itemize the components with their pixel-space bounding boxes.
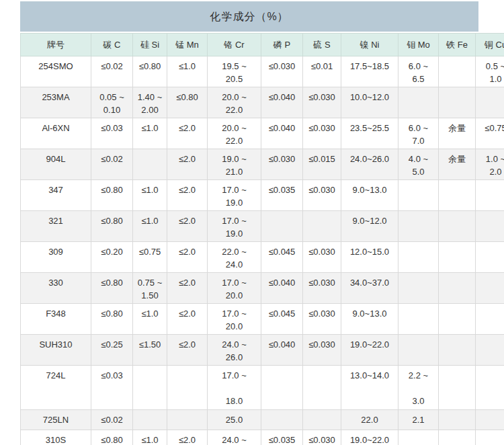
column-header-cu: 铜 Cu <box>476 34 504 56</box>
value-cell-cu <box>476 410 504 430</box>
column-header-p: 磷 P <box>261 34 303 56</box>
value-cell-s <box>303 211 341 242</box>
value-cell-cr: 20.0 ~ 22.0 <box>208 118 261 149</box>
table-row-724L: 724L≤0.0317.0 ~ 18.013.0~14.02.2 ~ 3.0 <box>21 366 504 410</box>
value-cell-s: ≤0.030 <box>303 273 341 304</box>
value-cell-cu: ≤0.75 <box>476 118 504 149</box>
table-row-SUH310: SUH310≤0.25≤1.50≤2.024.0 ~ 26.0≤0.040≤0.… <box>21 335 504 366</box>
column-header-grade: 牌号 <box>21 34 91 56</box>
table-row-Al-6XN: Al-6XN≤0.03≤1.0≤2.020.0 ~ 22.0≤0.040≤0.0… <box>21 118 504 149</box>
value-cell-mo <box>398 180 439 211</box>
value-cell-s <box>303 366 341 410</box>
value-cell-cr: 17.0 ~ 19.0 <box>208 180 261 211</box>
grade-cell: 321 <box>21 211 91 242</box>
value-cell-s: ≤0.01 <box>303 56 341 87</box>
grade-cell: 724L <box>21 366 91 410</box>
value-cell-mo: 2.2 ~ 3.0 <box>398 366 439 410</box>
value-cell-si: ≤0.75 <box>133 242 167 273</box>
value-cell-s: ≤0.015 <box>303 149 341 180</box>
value-cell-cu <box>476 304 504 335</box>
column-header-c: 碳 C <box>91 34 133 56</box>
value-cell-ni: 13.0~14.0 <box>341 366 398 410</box>
value-cell-cu: 1.0 ~ 2.0 <box>476 149 504 180</box>
grade-cell: 330 <box>21 273 91 304</box>
value-cell-si: ≤1.0 <box>133 180 167 211</box>
column-header-mo: 钼 Mo <box>398 34 439 56</box>
grade-cell: SUH310 <box>21 335 91 366</box>
grade-cell: 310S <box>21 430 91 445</box>
column-header-si: 硅 Si <box>133 34 167 56</box>
column-header-ni: 镍 Ni <box>341 34 398 56</box>
value-cell-cu <box>476 273 504 304</box>
table-row-254SMO: 254SMO≤0.02≤0.80≤1.019.5 ~ 20.5≤0.030≤0.… <box>21 56 504 87</box>
value-cell-mn: ≤0.80 <box>167 87 208 118</box>
value-cell-s: ≤0.030 <box>303 87 341 118</box>
value-cell-fe <box>439 56 476 87</box>
grade-cell: 904L <box>21 149 91 180</box>
value-cell-p: ≤0.030 <box>261 56 303 87</box>
value-cell-s: ≤0.030 <box>303 335 341 366</box>
value-cell-cr: 24.0 ~ 26.0 <box>208 430 261 445</box>
value-cell-cu <box>476 430 504 445</box>
value-cell-p <box>261 366 303 410</box>
value-cell-ni: 9.0~13.0 <box>341 180 398 211</box>
value-cell-s: ≤0.030 <box>303 180 341 211</box>
value-cell-fe: 余量 <box>439 118 476 149</box>
column-header-s: 硫 S <box>303 34 341 56</box>
value-cell-fe <box>439 335 476 366</box>
value-cell-c: ≤0.03 <box>91 366 133 410</box>
header-row: 牌号碳 C硅 Si锰 Mn铬 Cr磷 P硫 S镍 Ni钼 Mo铁 Fe铜 Cu <box>21 34 504 56</box>
value-cell-p: ≤0.040 <box>261 118 303 149</box>
value-cell-si: ≤1.0 <box>133 118 167 149</box>
value-cell-p: ≤0.045 <box>261 304 303 335</box>
value-cell-p: ≤0.035 <box>261 180 303 211</box>
value-cell-mo <box>398 335 439 366</box>
value-cell-si: 0.75 ~ 1.50 <box>133 273 167 304</box>
value-cell-mn: ≤2.0 <box>167 149 208 180</box>
value-cell-cr: 17.0 ~ 19.0 <box>208 211 261 242</box>
value-cell-ni: 19.0~22.0 <box>341 430 398 445</box>
value-cell-mn <box>167 410 208 430</box>
value-cell-cr: 17.0 ~ 18.0 <box>208 366 261 410</box>
composition-table: 牌号碳 C硅 Si锰 Mn铬 Cr磷 P硫 S镍 Ni钼 Mo铁 Fe铜 Cu … <box>20 33 504 445</box>
value-cell-mn: ≤2.0 <box>167 335 208 366</box>
value-cell-s: ≤0.030 <box>303 430 341 445</box>
value-cell-fe <box>439 430 476 445</box>
grade-cell: 254SMO <box>21 56 91 87</box>
value-cell-ni: 22.0 <box>341 410 398 430</box>
column-header-mn: 锰 Mn <box>167 34 208 56</box>
value-cell-p <box>261 211 303 242</box>
value-cell-fe <box>439 180 476 211</box>
value-cell-mo <box>398 242 439 273</box>
value-cell-c: ≤0.02 <box>91 149 133 180</box>
value-cell-fe <box>439 410 476 430</box>
table-body: 254SMO≤0.02≤0.80≤1.019.5 ~ 20.5≤0.030≤0.… <box>21 56 504 445</box>
value-cell-cu <box>476 180 504 211</box>
value-cell-fe: 余量 <box>439 149 476 180</box>
value-cell-p: ≤0.045 <box>261 242 303 273</box>
value-cell-fe <box>439 273 476 304</box>
value-cell-mo <box>398 211 439 242</box>
value-cell-ni: 24.0~26.0 <box>341 149 398 180</box>
value-cell-si: ≤0.80 <box>133 56 167 87</box>
value-cell-cr: 22.0 ~ 24.0 <box>208 242 261 273</box>
value-cell-si: ≤1.0 <box>133 211 167 242</box>
value-cell-fe <box>439 242 476 273</box>
value-cell-cr: 24.0 ~ 26.0 <box>208 335 261 366</box>
value-cell-cu <box>476 211 504 242</box>
table-row-321: 321≤0.80≤1.0≤2.017.0 ~ 19.09.0~12.0 <box>21 211 504 242</box>
value-cell-mn: ≤2.0 <box>167 242 208 273</box>
value-cell-p: ≤0.030 <box>261 149 303 180</box>
value-cell-ni: 12.0~15.0 <box>341 242 398 273</box>
value-cell-c: ≤0.80 <box>91 180 133 211</box>
value-cell-mo: 6.0 ~ 6.5 <box>398 56 439 87</box>
value-cell-ni: 19.0~22.0 <box>341 335 398 366</box>
value-cell-p <box>261 410 303 430</box>
table-row-330: 330≤0.800.75 ~ 1.50≤2.017.0 ~ 20.0≤0.040… <box>21 273 504 304</box>
column-header-fe: 铁 Fe <box>439 34 476 56</box>
value-cell-ni: 23.5~25.5 <box>341 118 398 149</box>
value-cell-mn: ≤2.0 <box>167 273 208 304</box>
value-cell-si <box>133 410 167 430</box>
value-cell-si: 1.40 ~ 2.00 <box>133 87 167 118</box>
value-cell-mn: ≤2.0 <box>167 211 208 242</box>
